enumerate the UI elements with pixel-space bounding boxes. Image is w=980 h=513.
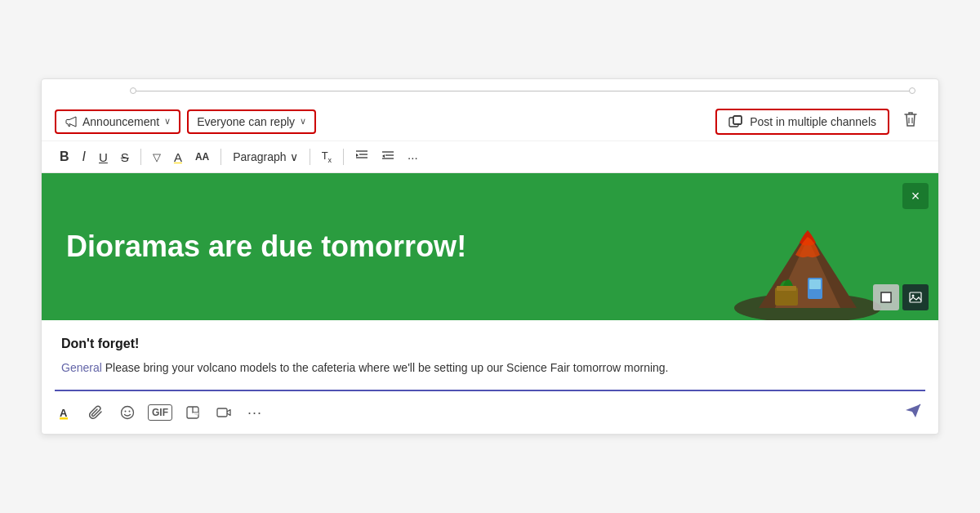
toolbar-row1: Announcement ∨ Everyone can reply ∨ Post… (42, 102, 938, 141)
font-color-bottom-button[interactable]: A (55, 402, 76, 423)
body-title: Don't forget! (61, 337, 919, 351)
clear-format-label: T (322, 149, 328, 162)
connector-area (42, 79, 938, 102)
svg-text:A: A (60, 407, 68, 419)
clear-format-sub: x (328, 156, 332, 164)
svg-rect-20 (881, 292, 891, 302)
formatting-toolbar: B I U S ▽ A AA Paragraph ∨ Tx (42, 141, 938, 173)
banner-image-controls (873, 284, 929, 310)
channel-link[interactable]: General (61, 361, 102, 374)
emoji-icon (120, 405, 135, 420)
underline-button[interactable]: U (94, 147, 113, 167)
body-text: General Please bring your volcano models… (61, 359, 919, 377)
image-square-button[interactable] (873, 284, 899, 310)
fmt-divider-4 (343, 149, 344, 165)
strikethrough-button[interactable]: S (116, 147, 134, 167)
more-format-button[interactable]: ··· (403, 147, 423, 167)
megaphone-icon (65, 115, 78, 128)
indent-left-button[interactable] (350, 146, 373, 167)
bottom-toolbar: A GIF (42, 391, 938, 434)
post-channels-label: Post in multiple channels (750, 115, 876, 128)
reply-button[interactable]: Everyone can reply ∨ (187, 109, 316, 134)
svg-marker-8 (356, 154, 359, 157)
indent-right-button[interactable] (376, 147, 399, 167)
attach-button[interactable] (86, 402, 107, 423)
banner-close-button[interactable]: × (902, 183, 929, 209)
post-channels-button[interactable]: Post in multiple channels (715, 109, 889, 135)
gif-button[interactable]: GIF (148, 404, 172, 421)
delete-button[interactable] (896, 107, 925, 136)
trash-icon (902, 110, 919, 128)
video-icon (216, 405, 231, 420)
svg-rect-29 (217, 408, 227, 417)
connector-dot-right (909, 87, 915, 94)
banner-headline: Dioramas are due tomorrow! (42, 212, 491, 280)
banner-illustration (726, 181, 889, 320)
reply-chevron: ∨ (300, 116, 306, 127)
svg-point-25 (122, 407, 134, 419)
font-size-button[interactable]: AA (190, 148, 214, 166)
send-icon (904, 401, 922, 419)
announcement-banner: Dioramas are due tomorrow! (42, 173, 938, 320)
connector-line (131, 91, 914, 91)
svg-point-27 (129, 411, 131, 413)
font-color-button[interactable]: A (169, 147, 187, 167)
close-icon: × (911, 188, 920, 205)
indent-left-icon (355, 149, 368, 161)
send-button[interactable] (901, 398, 925, 427)
image-change-button[interactable] (902, 284, 929, 310)
connector-dot-left (130, 87, 136, 94)
emoji-button[interactable] (117, 402, 138, 423)
svg-rect-17 (777, 286, 796, 291)
body-main-text: Please bring your volcano models to the … (102, 361, 669, 374)
announcement-chevron: ∨ (164, 116, 171, 127)
sticker-icon (185, 405, 200, 420)
gif-label: GIF (152, 407, 168, 418)
svg-rect-21 (910, 292, 921, 302)
italic-button[interactable]: I (78, 146, 91, 167)
square-icon (880, 291, 893, 304)
svg-marker-12 (382, 154, 385, 158)
paragraph-button[interactable]: Paragraph ∨ (228, 147, 302, 167)
svg-rect-1 (733, 116, 742, 124)
fmt-divider-3 (310, 149, 310, 165)
paragraph-label: Paragraph (233, 150, 286, 163)
indent-right-icon (381, 150, 394, 162)
font-color-icon: A (58, 405, 73, 420)
body-content: Don't forget! General Please bring your … (42, 320, 938, 390)
video-button[interactable] (213, 402, 234, 423)
bold-button[interactable]: B (55, 146, 74, 167)
more-bottom-button[interactable]: ··· (244, 401, 265, 425)
fmt-divider-2 (220, 149, 221, 165)
clear-format-button[interactable]: Tx (317, 146, 336, 167)
highlight-button[interactable]: ▽ (148, 148, 166, 167)
svg-rect-24 (60, 417, 68, 420)
post-channels-icon (728, 114, 743, 129)
announcement-button[interactable]: Announcement ∨ (55, 109, 180, 134)
content-area: Dioramas are due tomorrow! (42, 173, 938, 390)
sticker-button[interactable] (182, 402, 203, 423)
fmt-divider-1 (140, 149, 141, 165)
svg-rect-19 (809, 279, 821, 289)
reply-label: Everyone can reply (197, 115, 295, 128)
image-icon (909, 291, 922, 304)
paragraph-chevron: ∨ (290, 150, 298, 163)
svg-point-26 (125, 411, 127, 413)
paperclip-icon (89, 405, 104, 420)
more-bottom-icon: ··· (247, 404, 262, 422)
svg-point-22 (912, 295, 915, 297)
compose-panel: Announcement ∨ Everyone can reply ∨ Post… (41, 78, 939, 435)
announcement-label: Announcement (82, 115, 159, 128)
